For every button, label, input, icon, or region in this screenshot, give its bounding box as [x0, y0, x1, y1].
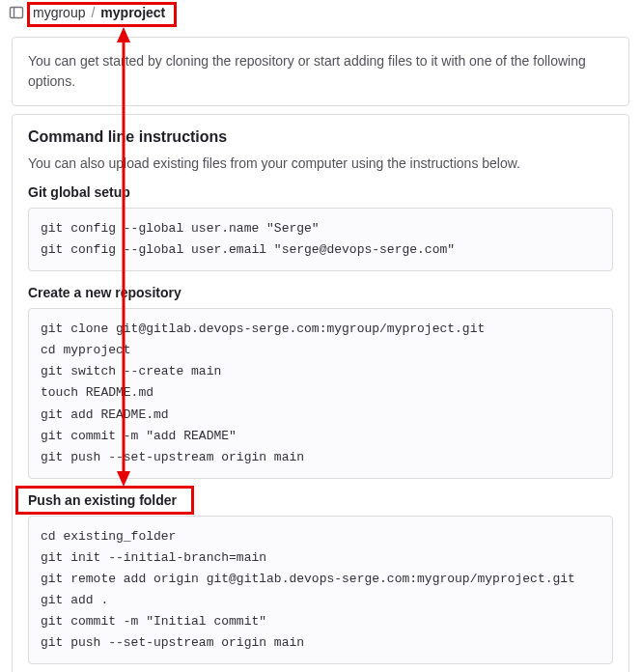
git-global-setup-code: git config --global user.name "Serge" gi… [28, 208, 613, 271]
breadcrumb: mygroup / myproject [33, 5, 165, 20]
create-repo-title: Create a new repository [28, 285, 613, 300]
push-existing-title: Push an existing folder [28, 492, 613, 508]
create-repo-code: git clone git@gitlab.devops-serge.com:my… [28, 308, 613, 479]
breadcrumb-group-link[interactable]: mygroup [33, 5, 85, 20]
svg-rect-0 [11, 8, 23, 18]
breadcrumb-separator: / [91, 5, 95, 20]
push-existing-code: cd existing_folder git init --initial-br… [28, 516, 613, 665]
cli-subtext: You can also upload existing files from … [28, 155, 613, 171]
cli-instructions-panel: Command line instructions You can also u… [12, 114, 629, 672]
sidebar-toggle-icon[interactable] [8, 4, 25, 21]
git-global-setup-title: Git global setup [28, 184, 613, 200]
intro-panel: You can get started by cloning the repos… [12, 37, 629, 106]
intro-text: You can get started by cloning the repos… [28, 51, 613, 92]
cli-heading: Command line instructions [28, 128, 613, 146]
breadcrumb-project-link[interactable]: myproject [100, 5, 165, 20]
